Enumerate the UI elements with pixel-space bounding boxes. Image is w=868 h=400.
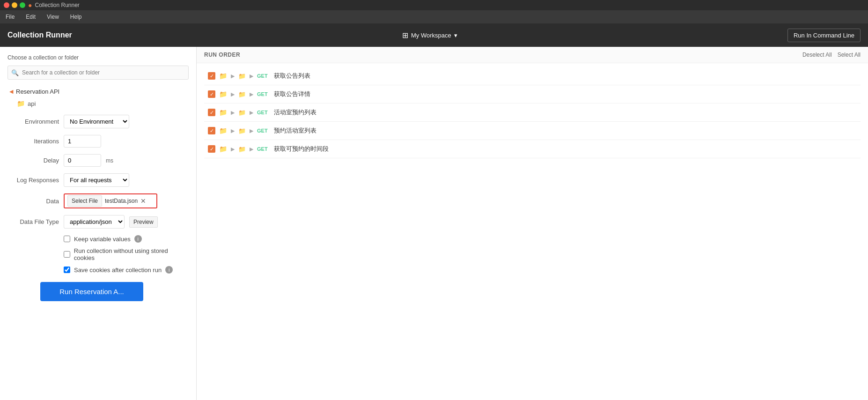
- req-arrow: ▶: [231, 73, 235, 79]
- req-name-1: 获取公告详情: [274, 90, 310, 98]
- req-method-4: GET: [257, 146, 270, 152]
- title-bar-text: Collection Runner: [35, 2, 79, 8]
- req-folder-icon-4: 📁: [219, 145, 227, 153]
- environment-row: Environment No Environment: [7, 115, 189, 128]
- menu-edit[interactable]: Edit: [24, 13, 37, 21]
- save-cookies-info-icon[interactable]: i: [165, 266, 173, 274]
- req-folder-icon: 📁: [219, 72, 227, 80]
- right-panel: RUN ORDER Deselect All Select All ✓ 📁 ▶ …: [197, 47, 868, 400]
- data-file-type-select[interactable]: application/json: [64, 215, 125, 229]
- title-bar: ● Collection Runner: [0, 0, 868, 10]
- request-item-1: ✓ 📁 ▶ 📁 ▶ GET 获取公告详情: [204, 85, 861, 104]
- request-checkbox-3[interactable]: ✓: [208, 127, 215, 134]
- search-container: 🔍: [7, 66, 189, 80]
- header-actions: Deselect All Select All: [802, 52, 861, 58]
- request-checkbox-2[interactable]: ✓: [208, 109, 215, 116]
- run-order-title: RUN ORDER: [204, 52, 240, 58]
- delay-input[interactable]: [64, 154, 101, 167]
- select-all-link[interactable]: Select All: [838, 52, 861, 58]
- req-arrow-5: ▶: [231, 110, 235, 116]
- req-folder-icon-2: 📁: [219, 109, 227, 116]
- iterations-row: Iterations: [7, 135, 189, 148]
- req-subfolder-icon-2: 📁: [238, 109, 246, 116]
- save-cookies-checkbox[interactable]: [64, 267, 70, 273]
- req-arrow-9: ▶: [231, 146, 235, 152]
- keep-variable-values-label: Keep variable values: [74, 236, 131, 243]
- keep-variable-values-checkbox[interactable]: [64, 236, 70, 242]
- folder-icon: 📁: [17, 100, 25, 107]
- run-button-container: Run Reservation A...: [7, 278, 189, 301]
- sub-item-label: api: [28, 100, 36, 107]
- request-checkbox-0[interactable]: ✓: [208, 72, 215, 80]
- request-item-4: ✓ 📁 ▶ 📁 ▶ GET 获取可预约的时间段: [204, 140, 861, 158]
- sub-item-api[interactable]: 📁 api: [7, 98, 189, 109]
- log-responses-row: Log Responses For all requests: [7, 173, 189, 187]
- run-without-cookies-checkbox[interactable]: [64, 251, 70, 258]
- req-arrow-10: ▶: [250, 146, 253, 152]
- data-field-wrapper: Select File testData.json ✕: [64, 193, 157, 208]
- delay-label: Delay: [7, 157, 59, 164]
- log-responses-select[interactable]: For all requests: [64, 173, 129, 187]
- select-file-button[interactable]: Select File: [67, 195, 102, 207]
- search-icon: 🔍: [11, 69, 19, 76]
- run-in-command-line-button[interactable]: Run In Command Line: [787, 29, 861, 42]
- log-responses-label: Log Responses: [7, 177, 59, 184]
- req-arrow-2: ▶: [250, 73, 253, 79]
- preview-button[interactable]: Preview: [129, 216, 158, 228]
- file-name: testData.json: [105, 198, 138, 204]
- run-order-header: RUN ORDER Deselect All Select All: [197, 47, 868, 63]
- req-subfolder-icon-1: 📁: [238, 91, 246, 98]
- app-header: Collection Runner ⊞ My Workspace ▾ Run I…: [0, 23, 868, 47]
- settings-area: Environment No Environment Iterations De…: [7, 115, 189, 301]
- req-name-4: 获取可预约的时间段: [274, 145, 329, 153]
- req-arrow-4: ▶: [250, 91, 253, 97]
- collection-list: ◀ Reservation API 📁 api: [7, 85, 189, 109]
- delay-row: Delay ms: [7, 154, 189, 167]
- window-controls[interactable]: [4, 2, 25, 8]
- data-file-type-row: Data File Type application/json Preview: [7, 215, 189, 229]
- req-arrow-7: ▶: [231, 128, 235, 134]
- req-subfolder-icon-3: 📁: [238, 127, 246, 134]
- run-without-cookies-label: Run collection without using stored cook…: [74, 247, 189, 261]
- environment-select[interactable]: No Environment: [64, 115, 129, 128]
- data-file-type-label: Data File Type: [7, 218, 59, 225]
- req-method-3: GET: [257, 128, 270, 133]
- workspace-icon: ⊞: [402, 31, 408, 40]
- menu-view[interactable]: View: [45, 13, 61, 21]
- menu-file[interactable]: File: [4, 13, 16, 21]
- workspace-selector[interactable]: ⊞ My Workspace ▾: [402, 31, 457, 40]
- deselect-all-link[interactable]: Deselect All: [802, 52, 832, 58]
- search-input[interactable]: [7, 66, 189, 80]
- collection-item-reservation-api[interactable]: ◀ Reservation API: [7, 85, 189, 98]
- req-folder-icon-3: 📁: [219, 127, 227, 134]
- req-folder-icon-1: 📁: [219, 90, 227, 98]
- maximize-window-button[interactable]: [20, 2, 25, 8]
- iterations-input[interactable]: [64, 135, 101, 148]
- environment-label: Environment: [7, 118, 59, 125]
- app-title: Collection Runner: [7, 31, 72, 39]
- close-window-button[interactable]: [4, 2, 9, 8]
- run-without-cookies-row: Run collection without using stored cook…: [7, 247, 189, 261]
- request-checkbox-4[interactable]: ✓: [208, 145, 215, 153]
- req-name-0: 获取公告列表: [274, 72, 310, 80]
- request-checkbox-1[interactable]: ✓: [208, 90, 215, 98]
- request-item-2: ✓ 📁 ▶ 📁 ▶ GET 活动室预约列表: [204, 104, 861, 122]
- delay-unit: ms: [106, 157, 113, 164]
- req-name-2: 活动室预约列表: [274, 108, 316, 117]
- iterations-label: Iterations: [7, 138, 59, 145]
- menu-help[interactable]: Help: [68, 13, 84, 21]
- req-arrow-8: ▶: [250, 128, 253, 134]
- main-layout: Choose a collection or folder 🔍 ◀ Reserv…: [0, 47, 868, 400]
- workspace-name: My Workspace: [411, 32, 451, 39]
- workspace-chevron: ▾: [454, 32, 457, 39]
- keep-variable-values-info-icon[interactable]: i: [134, 235, 142, 243]
- save-cookies-label: Save cookies after collection run: [74, 267, 162, 274]
- req-subfolder-icon-4: 📁: [238, 146, 246, 153]
- data-row: Data Select File testData.json ✕: [7, 193, 189, 208]
- clear-file-button[interactable]: ✕: [140, 197, 146, 205]
- req-arrow-3: ▶: [231, 91, 235, 97]
- minimize-window-button[interactable]: [12, 2, 17, 8]
- app-icon: ●: [28, 1, 32, 9]
- run-reservation-button[interactable]: Run Reservation A...: [40, 282, 143, 301]
- requests-list: ✓ 📁 ▶ 📁 ▶ GET 获取公告列表 ✓ 📁 ▶ 📁 ▶ GET 获取公告详…: [197, 63, 868, 162]
